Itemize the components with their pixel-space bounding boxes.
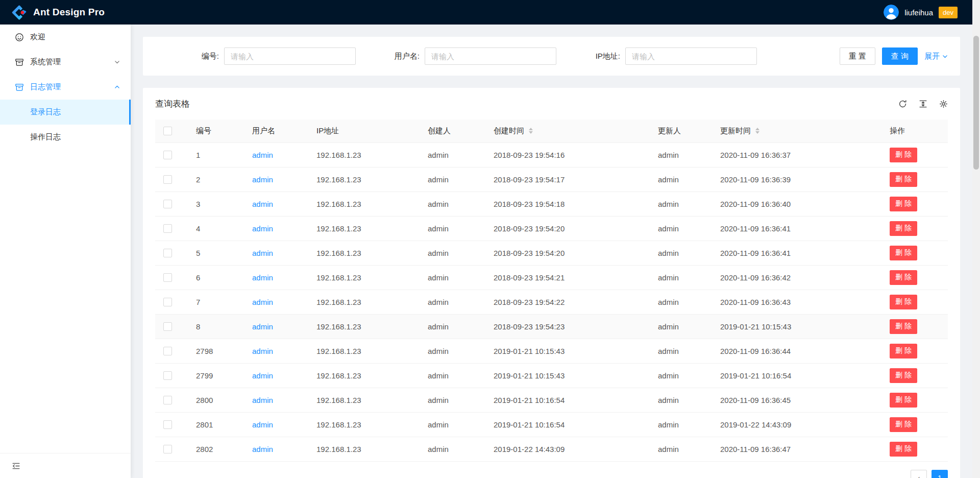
username[interactable]: liufeihua — [904, 8, 933, 17]
expand-link[interactable]: 展开 — [924, 52, 948, 61]
cell-ip: 192.168.1.23 — [308, 412, 420, 437]
delete-button[interactable]: 删 除 — [890, 344, 917, 358]
cell-ip: 192.168.1.23 — [308, 339, 420, 363]
delete-button[interactable]: 删 除 — [890, 221, 917, 236]
pagination-page-1[interactable]: 1 — [932, 470, 948, 478]
cell-ip: 192.168.1.23 — [308, 314, 420, 339]
cell-updater: admin — [650, 192, 712, 216]
cell-updated-time: 2020-11-09 16:36:40 — [712, 192, 881, 216]
row-checkbox[interactable] — [163, 347, 172, 355]
username-link[interactable]: admin — [252, 151, 273, 159]
cell-created-time: 2018-09-23 19:54:17 — [485, 167, 650, 192]
username-link[interactable]: admin — [252, 347, 273, 355]
reload-icon[interactable] — [898, 100, 907, 108]
select-all-checkbox[interactable] — [163, 127, 172, 135]
row-checkbox[interactable] — [163, 224, 172, 233]
cell-id: 2798 — [188, 339, 244, 363]
column-header-updater: 更新人 — [650, 119, 712, 142]
delete-button[interactable]: 删 除 — [890, 319, 917, 334]
cell-updater: admin — [650, 339, 712, 363]
row-checkbox[interactable] — [163, 273, 172, 282]
cell-created-time: 2018-09-23 19:54:16 — [485, 142, 650, 167]
query-button[interactable]: 查 询 — [882, 47, 918, 65]
delete-button[interactable]: 删 除 — [890, 393, 917, 408]
cell-creator: admin — [420, 388, 485, 412]
field-username: 用户名: — [356, 47, 556, 65]
id-input[interactable] — [224, 47, 356, 65]
sidebar-item-welcome[interactable]: 欢迎 — [0, 25, 131, 50]
cell-creator: admin — [420, 216, 485, 241]
table-row: 6 admin 192.168.1.23 admin 2018-09-23 19… — [155, 265, 948, 290]
username-link[interactable]: admin — [252, 420, 273, 429]
cell-id: 2 — [188, 167, 244, 192]
row-checkbox[interactable] — [163, 151, 172, 159]
delete-button[interactable]: 删 除 — [890, 442, 917, 457]
username-link[interactable]: admin — [252, 371, 273, 380]
cell-updated-time: 2019-01-21 10:15:43 — [712, 314, 881, 339]
sidebar-collapse-trigger[interactable] — [0, 453, 131, 478]
username-link[interactable]: admin — [252, 298, 273, 306]
sort-carets-icon[interactable] — [755, 128, 760, 134]
username-link[interactable]: admin — [252, 445, 273, 453]
username-link[interactable]: admin — [252, 224, 273, 233]
cell-id: 1 — [188, 142, 244, 167]
table-row: 2802 admin 192.168.1.23 admin 2019-01-22… — [155, 437, 948, 461]
sidebar-item-label: 欢迎 — [30, 32, 45, 42]
cell-updater: admin — [650, 363, 712, 388]
sidebar-item-system-management[interactable]: 系统管理 — [0, 50, 131, 75]
sort-carets-icon[interactable] — [529, 128, 533, 134]
cell-updated-time: 2019-01-21 10:16:54 — [712, 363, 881, 388]
username-link[interactable]: admin — [252, 200, 273, 208]
density-icon[interactable] — [919, 100, 927, 108]
sidebar-item-operation-log[interactable]: 操作日志 — [0, 125, 131, 150]
cell-updater: admin — [650, 437, 712, 461]
pagination: ‹ 1 — [155, 470, 948, 478]
row-checkbox[interactable] — [163, 371, 172, 380]
delete-button[interactable]: 删 除 — [890, 270, 917, 285]
settings-icon[interactable] — [939, 100, 948, 108]
user-avatar-icon[interactable] — [884, 5, 899, 20]
cell-creator: admin — [420, 290, 485, 314]
logo-area[interactable]: Ant Design Pro — [11, 5, 105, 20]
row-checkbox[interactable] — [163, 322, 172, 331]
sidebar-menu: 欢迎 系统管理 日志管理 — [0, 25, 131, 453]
pagination-prev-button[interactable]: ‹ — [911, 470, 927, 478]
header-user-area[interactable]: liufeihua dev — [884, 5, 958, 20]
row-checkbox[interactable] — [163, 175, 172, 184]
row-checkbox[interactable] — [163, 249, 172, 257]
sidebar-item-log-management[interactable]: 日志管理 — [0, 75, 131, 100]
cell-created-time: 2019-01-21 10:15:43 — [485, 339, 650, 363]
cell-creator: admin — [420, 142, 485, 167]
username-link[interactable]: admin — [252, 175, 273, 184]
username-link[interactable]: admin — [252, 322, 273, 331]
username-input[interactable] — [425, 47, 556, 65]
ip-input[interactable] — [625, 47, 757, 65]
row-checkbox[interactable] — [163, 445, 172, 453]
cell-updated-time: 2020-11-09 16:36:41 — [712, 216, 881, 241]
delete-button[interactable]: 删 除 — [890, 368, 917, 383]
cell-ip: 192.168.1.23 — [308, 142, 420, 167]
sidebar-item-login-log[interactable]: 登录日志 — [0, 100, 131, 125]
delete-button[interactable]: 删 除 — [890, 295, 917, 309]
window-scrollbar[interactable] — [972, 0, 980, 478]
username-link[interactable]: admin — [252, 273, 273, 282]
table-title: 查询表格 — [155, 98, 190, 110]
reset-button[interactable]: 重 置 — [840, 47, 875, 65]
delete-button[interactable]: 删 除 — [890, 246, 917, 260]
cell-id: 3 — [188, 192, 244, 216]
column-header-created: 创建时间 — [485, 119, 650, 142]
cell-id: 8 — [188, 314, 244, 339]
row-checkbox[interactable] — [163, 420, 172, 429]
delete-button[interactable]: 删 除 — [890, 172, 917, 187]
row-checkbox[interactable] — [163, 396, 172, 404]
scrollbar-thumb[interactable] — [973, 36, 979, 170]
delete-button[interactable]: 删 除 — [890, 148, 917, 162]
cell-created-time: 2018-09-23 19:54:20 — [485, 241, 650, 265]
username-link[interactable]: admin — [252, 249, 273, 257]
delete-button[interactable]: 删 除 — [890, 417, 917, 432]
delete-button[interactable]: 删 除 — [890, 197, 917, 211]
row-checkbox[interactable] — [163, 200, 172, 208]
username-link[interactable]: admin — [252, 396, 273, 404]
cell-id: 2802 — [188, 437, 244, 461]
row-checkbox[interactable] — [163, 298, 172, 306]
